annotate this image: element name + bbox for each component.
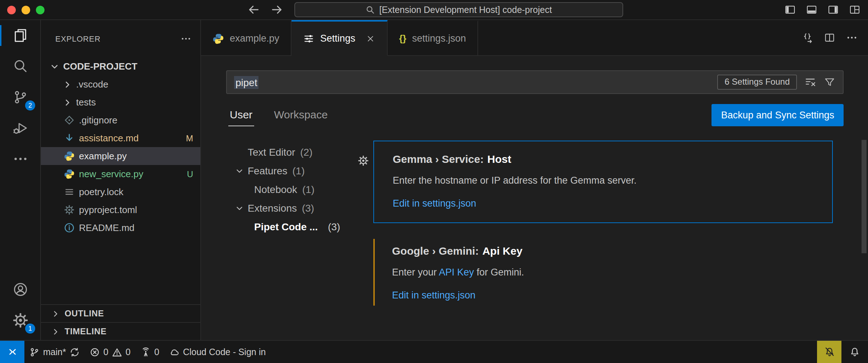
toggle-secondary-sidebar-icon[interactable] xyxy=(827,4,839,16)
editor-area: example.py Settings {} settings.json xyxy=(201,20,868,340)
scope-tab-workspace[interactable]: Workspace xyxy=(272,103,329,126)
file-tree: CODE-PROJECT .vscode tests .gitignore as… xyxy=(41,57,200,237)
tree-item-label: .gitignore xyxy=(79,115,117,126)
bell-icon xyxy=(849,346,860,357)
tree-item-vscode[interactable]: .vscode xyxy=(41,75,200,93)
setting-entry-gemini-text-model[interactable]: Google › Gemini:Text Model xyxy=(373,336,833,340)
tree-item-label: assistance.md xyxy=(79,133,139,143)
close-icon[interactable] xyxy=(365,33,375,43)
activity-search[interactable] xyxy=(0,51,40,82)
activity-source-control[interactable]: 2 xyxy=(0,82,40,113)
customize-layout-icon[interactable] xyxy=(849,4,861,16)
warning-count: 0 xyxy=(126,347,131,357)
status-bar: main* 0 0 0 Cloud Code - Sign i xyxy=(0,340,868,363)
activity-bar: 2 xyxy=(0,20,41,340)
vscode-window: [Extension Development Host] code-projec… xyxy=(0,0,868,363)
notifications-item[interactable] xyxy=(841,341,868,363)
toc-features[interactable]: Features (1) xyxy=(235,161,371,180)
git-status-badge: M xyxy=(186,133,193,143)
filter-icon[interactable] xyxy=(823,76,836,88)
chevron-down-icon xyxy=(235,166,244,175)
settings-search-input[interactable]: pipet 6 Settings Found xyxy=(226,70,844,94)
explorer-more-icon[interactable] xyxy=(180,33,192,44)
git-branch-icon xyxy=(29,347,39,357)
command-center[interactable]: [Extension Development Host] code-projec… xyxy=(294,2,623,17)
search-icon xyxy=(12,58,28,75)
minimize-window-button[interactable] xyxy=(22,5,30,14)
maximize-window-button[interactable] xyxy=(36,5,45,14)
scope-tab-user[interactable]: User xyxy=(228,103,254,126)
setting-title: Google › Gemini:Api Key xyxy=(392,244,818,258)
setting-description: Enter the hostname or IP address for the… xyxy=(393,174,818,187)
timeline-section[interactable]: TIMELINE xyxy=(41,322,200,340)
edit-in-settings-json-link[interactable]: Edit in settings.json xyxy=(392,288,476,302)
activity-settings[interactable]: 1 xyxy=(0,305,40,336)
activity-more[interactable] xyxy=(0,143,40,174)
activity-explorer[interactable] xyxy=(0,20,40,51)
search-icon xyxy=(366,5,375,14)
chevron-down-icon xyxy=(50,61,60,71)
toc-text-editor[interactable]: Text Editor (2) xyxy=(235,143,371,161)
settings-badge: 1 xyxy=(25,324,35,334)
bell-slash-icon xyxy=(824,346,835,357)
outline-section[interactable]: OUTLINE xyxy=(41,304,200,322)
toc-count: (1) xyxy=(302,184,314,195)
toggle-panel-icon[interactable] xyxy=(806,4,818,16)
tree-item-tests[interactable]: tests xyxy=(41,93,200,111)
tree-item-label: .vscode xyxy=(76,79,108,90)
toc-pipet-code[interactable]: Pipet Code ... (3) xyxy=(235,217,371,236)
forward-icon[interactable] xyxy=(271,4,283,16)
problems-status-item[interactable]: 0 0 xyxy=(85,341,136,363)
tree-item-example-py[interactable]: example.py xyxy=(41,147,200,165)
explorer-sidebar: EXPLORER CODE-PROJECT .vscode tests xyxy=(41,20,201,340)
cloud-code-status-item[interactable]: Cloud Code - Sign in xyxy=(164,341,271,363)
tree-root-code-project[interactable]: CODE-PROJECT xyxy=(41,57,200,75)
tree-item-label: README.md xyxy=(79,222,135,233)
scope-tab-label: User xyxy=(230,108,252,121)
info-file-icon xyxy=(64,222,75,233)
settings-list: Gemma › Service:Host Enter the hostname … xyxy=(373,141,833,340)
python-file-icon xyxy=(64,151,75,161)
tab-settings[interactable]: Settings xyxy=(291,20,388,56)
edit-in-settings-json-link[interactable]: Edit in settings.json xyxy=(393,197,476,210)
branch-label: main* xyxy=(43,347,66,357)
tree-item-pyproject-toml[interactable]: pyproject.toml xyxy=(41,201,200,219)
branch-status-item[interactable]: main* xyxy=(24,341,85,363)
toc-extensions[interactable]: Extensions (3) xyxy=(235,199,371,217)
tree-item-assistance-md[interactable]: assistance.md M xyxy=(41,129,200,147)
toc-label: Notebook xyxy=(254,184,297,195)
more-actions-icon[interactable] xyxy=(846,32,858,44)
api-key-link[interactable]: API Key xyxy=(439,267,474,278)
toc-count: (3) xyxy=(302,202,314,214)
tab-settings-json[interactable]: {} settings.json xyxy=(388,20,478,56)
tab-example-py[interactable]: example.py xyxy=(201,20,291,56)
do-not-disturb-item[interactable] xyxy=(817,341,841,363)
tree-item-gitignore[interactable]: .gitignore xyxy=(41,111,200,129)
tree-item-label: tests xyxy=(76,97,96,108)
activity-run-debug[interactable] xyxy=(0,113,40,143)
close-window-button[interactable] xyxy=(7,5,16,14)
backup-sync-settings-button[interactable]: Backup and Sync Settings xyxy=(712,104,844,126)
setting-entry-gemma-host[interactable]: Gemma › Service:Host Enter the hostname … xyxy=(373,141,833,223)
tab-label: Settings xyxy=(320,33,355,44)
editor-tabs: example.py Settings {} settings.json xyxy=(201,20,868,56)
split-editor-icon[interactable] xyxy=(823,32,836,44)
tree-item-poetry-lock[interactable]: poetry.lock xyxy=(41,183,200,201)
setting-gear-icon[interactable] xyxy=(358,155,369,166)
back-icon[interactable] xyxy=(248,4,260,16)
files-icon xyxy=(12,27,28,44)
setting-entry-gemini-api-key[interactable]: Google › Gemini:Api Key Enter your API K… xyxy=(373,233,833,314)
tree-item-new-service-py[interactable]: new_service.py U xyxy=(41,165,200,183)
remote-indicator[interactable] xyxy=(0,341,24,363)
toc-notebook[interactable]: Notebook (1) xyxy=(235,180,371,199)
titlebar: [Extension Development Host] code-projec… xyxy=(0,0,868,20)
radio-tower-icon xyxy=(141,347,151,357)
open-settings-json-icon[interactable] xyxy=(801,32,813,44)
clear-filters-icon[interactable] xyxy=(804,76,816,88)
chevron-right-icon xyxy=(51,327,60,336)
tree-item-readme-md[interactable]: README.md xyxy=(41,219,200,237)
toggle-primary-sidebar-icon[interactable] xyxy=(784,4,796,16)
scrollbar-thumb[interactable] xyxy=(862,140,867,253)
ports-status-item[interactable]: 0 xyxy=(136,341,164,363)
activity-account[interactable] xyxy=(0,274,40,305)
